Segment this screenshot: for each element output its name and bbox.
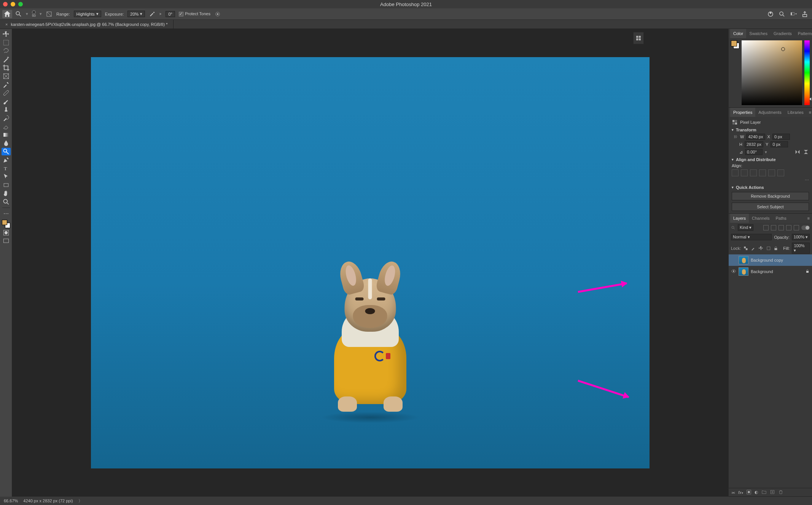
select-subject-button[interactable]: Select Subject: [732, 203, 809, 211]
tab-patterns[interactable]: Patterns: [795, 29, 812, 38]
align-section-header[interactable]: Align and Distribute: [732, 157, 809, 162]
tool-brush[interactable]: [2, 97, 11, 105]
search-button[interactable]: [779, 11, 785, 18]
link-dimensions-icon[interactable]: [732, 134, 738, 140]
filter-toggle[interactable]: [801, 225, 810, 230]
filter-smart-icon[interactable]: [794, 225, 799, 230]
tab-libraries[interactable]: Libraries: [785, 108, 807, 117]
tab-gradients[interactable]: Gradients: [771, 29, 795, 38]
tool-move[interactable]: [2, 30, 11, 38]
close-window-button[interactable]: [3, 2, 8, 6]
layer-visibility-toggle[interactable]: [731, 268, 736, 275]
tab-layers[interactable]: Layers: [730, 214, 749, 223]
tool-crop[interactable]: [2, 64, 11, 72]
range-dropdown[interactable]: Highlights▾: [74, 11, 101, 17]
collapsed-panel-icon[interactable]: [635, 35, 642, 42]
new-group-button[interactable]: [761, 489, 767, 495]
y-field[interactable]: 0 px: [771, 141, 788, 147]
opacity-field[interactable]: 100% ▾: [792, 234, 810, 240]
workspace-switcher[interactable]: ▾: [790, 11, 797, 18]
filter-shape-icon[interactable]: [786, 225, 791, 230]
width-field[interactable]: 4240 px: [746, 134, 765, 140]
layer-name-label[interactable]: Background: [751, 269, 803, 274]
brush-angle-field[interactable]: 0°: [166, 11, 175, 17]
filter-pixel-icon[interactable]: [763, 225, 769, 230]
protect-tones-checkbox[interactable]: Protect Tones: [179, 11, 210, 16]
tool-lasso[interactable]: [2, 47, 11, 55]
new-layer-button[interactable]: [770, 489, 775, 495]
tab-properties[interactable]: Properties: [730, 108, 755, 117]
align-left-button[interactable]: [732, 169, 739, 176]
filter-type-icon[interactable]: [779, 225, 784, 230]
layer-fx-button[interactable]: fx▾: [738, 490, 743, 495]
layer-thumbnail[interactable]: [739, 256, 748, 264]
layers-panel-menu[interactable]: ≡: [805, 216, 812, 221]
status-more-button[interactable]: 〉: [78, 498, 83, 504]
brush-settings-button[interactable]: [46, 11, 53, 18]
tool-history-brush[interactable]: [2, 114, 11, 122]
document-canvas[interactable]: [91, 57, 650, 469]
align-vcenter-button[interactable]: [768, 169, 775, 176]
tab-adjustments[interactable]: Adjustments: [755, 108, 785, 117]
fill-field[interactable]: 100% ▾: [792, 243, 810, 254]
color-spectrum[interactable]: [742, 40, 802, 105]
tool-path-select[interactable]: [2, 173, 11, 181]
minimize-window-button[interactable]: [11, 2, 15, 6]
flip-h-button[interactable]: [794, 149, 801, 155]
remove-background-button[interactable]: Remove Background: [732, 192, 809, 200]
tab-paths[interactable]: Paths: [773, 214, 790, 223]
filter-adjust-icon[interactable]: [771, 225, 776, 230]
add-mask-button[interactable]: [746, 489, 751, 495]
tool-hand[interactable]: [2, 190, 11, 197]
lock-transparency-button[interactable]: [743, 246, 748, 251]
layer-thumbnail[interactable]: [739, 267, 748, 276]
tool-eraser[interactable]: [2, 123, 11, 130]
lock-artboard-button[interactable]: [766, 246, 771, 251]
layer-item[interactable]: Background: [729, 266, 812, 277]
airbrush-toggle[interactable]: [149, 11, 156, 18]
flip-v-button[interactable]: [803, 149, 809, 155]
pressure-size-toggle[interactable]: [214, 11, 221, 18]
quick-mask-toggle[interactable]: [2, 229, 11, 237]
edit-toolbar-button[interactable]: ⋯: [2, 210, 11, 217]
brush-preset-picker[interactable]: 50: [32, 10, 36, 18]
tool-quick-select[interactable]: [2, 56, 11, 63]
exposure-field[interactable]: 20%▾: [127, 11, 145, 17]
tool-heal[interactable]: [2, 89, 11, 97]
color-fgbg-swatch[interactable]: [731, 40, 739, 49]
share-button[interactable]: [801, 11, 808, 18]
tab-color[interactable]: Color: [730, 29, 746, 38]
tool-shape[interactable]: [2, 181, 11, 189]
tool-dodge[interactable]: [2, 148, 11, 155]
tool-preset-picker[interactable]: [15, 11, 22, 18]
align-hcenter-button[interactable]: [741, 169, 748, 176]
layer-filter-kind[interactable]: Kind ▾: [738, 224, 753, 231]
tool-blur[interactable]: [2, 139, 11, 147]
hue-slider[interactable]: [804, 40, 810, 105]
blend-mode-dropdown[interactable]: Normal ▾: [731, 234, 772, 240]
lock-pixels-button[interactable]: [751, 246, 756, 251]
tab-swatches[interactable]: Swatches: [746, 29, 771, 38]
tool-eyedropper[interactable]: [2, 81, 11, 88]
tool-stamp[interactable]: [2, 106, 11, 113]
tab-channels[interactable]: Channels: [749, 214, 772, 223]
properties-panel-menu[interactable]: ≡: [807, 110, 812, 115]
layer-name-label[interactable]: Background copy: [751, 258, 810, 262]
foreground-color-swatch[interactable]: [2, 220, 7, 225]
quick-actions-header[interactable]: Quick Actions: [732, 185, 809, 190]
close-tab-icon[interactable]: ×: [5, 22, 8, 27]
transform-section-header[interactable]: Transform: [732, 128, 809, 132]
tool-type[interactable]: T: [2, 165, 11, 172]
height-field[interactable]: 2832 px: [745, 141, 763, 147]
maximize-window-button[interactable]: [18, 2, 23, 6]
document-tab[interactable]: × karsten-winegeart-5PVXkqt2s9k-unsplash…: [0, 20, 174, 29]
layer-item-selected[interactable]: Background copy: [729, 254, 812, 266]
align-right-button[interactable]: [750, 169, 757, 176]
home-button[interactable]: [2, 10, 12, 18]
tool-gradient[interactable]: [2, 131, 11, 139]
cloud-docs-button[interactable]: [767, 11, 774, 18]
delete-layer-button[interactable]: [778, 489, 783, 495]
tool-marquee[interactable]: [2, 39, 11, 46]
align-top-button[interactable]: [759, 169, 766, 176]
tool-zoom[interactable]: [2, 198, 11, 206]
